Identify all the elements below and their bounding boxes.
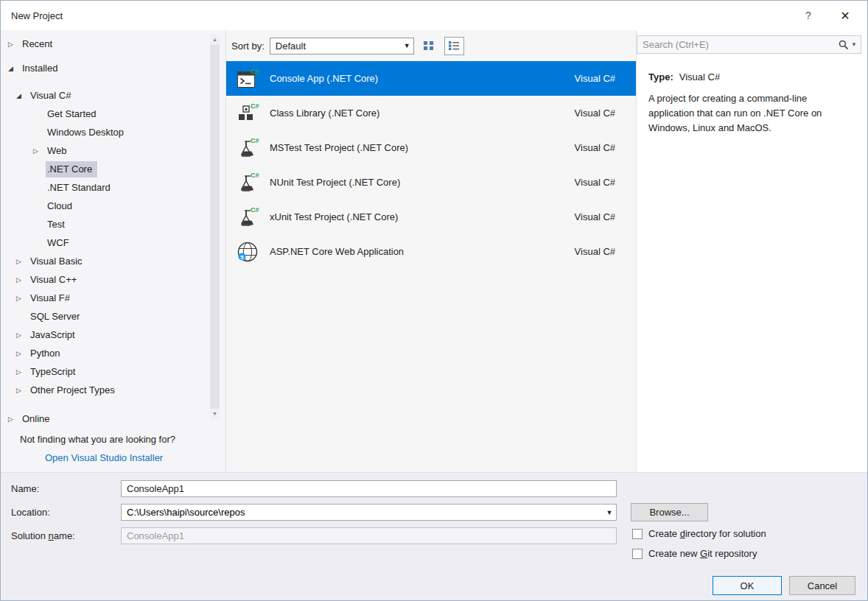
test-flask-icon: C# xyxy=(235,170,260,195)
chevron-right-icon[interactable] xyxy=(33,147,46,155)
chevron-right-icon[interactable] xyxy=(8,41,21,48)
type-line: Type:Visual C# xyxy=(648,71,861,82)
svg-text:5: 5 xyxy=(240,253,244,260)
ok-button[interactable]: OK xyxy=(713,576,782,595)
sort-toolbar: Sort by: Default ▼ xyxy=(226,30,636,61)
details-panel: ▼ Type:Visual C# A project for creating … xyxy=(637,30,867,472)
sidebar-item-javascript[interactable]: JavaScript xyxy=(1,326,225,344)
chevron-right-icon[interactable] xyxy=(16,276,29,284)
chevron-right-icon[interactable] xyxy=(8,415,21,423)
template-row-mstest[interactable]: C# MSTest Test Project (.NET Core) Visua… xyxy=(226,130,636,165)
svg-text:C#: C# xyxy=(251,137,259,144)
solution-name-input[interactable] xyxy=(121,527,617,544)
svg-text:C#: C# xyxy=(251,172,259,179)
type-label: Type: xyxy=(648,71,673,82)
sidebar-item-net-core[interactable]: .NET Core xyxy=(1,160,225,178)
chevron-right-icon[interactable] xyxy=(16,368,29,376)
type-value: Visual C# xyxy=(679,71,720,82)
sidebar-item-get-started[interactable]: Get Started xyxy=(1,105,225,123)
class-library-icon: C# xyxy=(235,101,260,126)
scroll-down-icon[interactable]: ▼ xyxy=(210,409,220,419)
chevron-down-icon[interactable]: ▼ xyxy=(401,42,413,49)
project-settings: Name: Location: ▼ Browse... Solution nam… xyxy=(1,472,867,600)
chevron-right-icon[interactable] xyxy=(16,387,29,394)
sidebar-item-other-project-types[interactable]: Other Project Types xyxy=(1,381,225,399)
tree-scrollbar[interactable]: ▲ ▼ xyxy=(210,35,220,419)
sort-by-dropdown[interactable]: Default ▼ xyxy=(270,38,414,55)
location-combo[interactable]: ▼ xyxy=(121,504,617,521)
sidebar-item-installed[interactable]: Installed xyxy=(1,59,225,77)
sidebar-item-visual-basic[interactable]: Visual Basic xyxy=(1,252,225,270)
sidebar-item-cloud[interactable]: Cloud xyxy=(1,197,225,215)
console-app-icon: C# xyxy=(235,66,260,91)
create-directory-checkbox[interactable]: Create directory for solution xyxy=(632,528,766,539)
list-view-button[interactable] xyxy=(444,37,464,55)
sidebar-item-windows-desktop[interactable]: Windows Desktop xyxy=(1,123,225,141)
template-pane: Sort by: Default ▼ xyxy=(226,30,637,472)
search-input[interactable] xyxy=(637,39,839,50)
chevron-right-icon[interactable] xyxy=(16,350,29,357)
svg-text:C#: C# xyxy=(251,206,259,214)
globe-icon: 5 xyxy=(235,239,260,264)
titlebar: New Project ? ✕ xyxy=(1,1,867,30)
sidebar-item-visual-cpp[interactable]: Visual C++ xyxy=(1,270,225,289)
sidebar-item-recent[interactable]: Recent xyxy=(1,35,225,53)
browse-button[interactable]: Browse... xyxy=(631,503,708,521)
new-project-dialog: New Project ? ✕ Recent Installed Visual … xyxy=(0,0,868,601)
chevron-right-icon[interactable] xyxy=(16,258,29,265)
sidebar-item-wcf[interactable]: WCF xyxy=(1,233,225,252)
sidebar-item-visual-fsharp[interactable]: Visual F# xyxy=(1,289,225,307)
svg-text:C#: C# xyxy=(251,68,259,75)
small-icons-view-icon xyxy=(423,40,435,52)
chevron-right-icon[interactable] xyxy=(16,331,29,339)
location-input[interactable] xyxy=(122,507,603,518)
template-description: A project for creating a command-line ap… xyxy=(648,91,848,136)
list-view-icon xyxy=(448,40,460,52)
location-label: Location: xyxy=(11,507,50,518)
sidebar-item-test[interactable]: Test xyxy=(1,215,225,233)
chevron-expanded-icon[interactable] xyxy=(16,92,29,99)
project-name-input[interactable] xyxy=(121,480,617,497)
sidebar-item-typescript[interactable]: TypeScript xyxy=(1,362,225,381)
scroll-up-icon[interactable]: ▲ xyxy=(210,35,220,45)
template-row-aspnet-core[interactable]: 5 ASP.NET Core Web Application Visual C# xyxy=(226,234,636,269)
sidebar-item-online[interactable]: Online xyxy=(1,410,225,428)
sidebar-item-sql-server[interactable]: SQL Server xyxy=(1,307,225,326)
search-box[interactable]: ▼ xyxy=(637,35,861,54)
checkbox-unchecked-icon[interactable] xyxy=(632,549,643,559)
chevron-right-icon[interactable] xyxy=(16,295,29,302)
chevron-down-icon[interactable]: ▼ xyxy=(851,41,857,48)
help-icon[interactable]: ? xyxy=(798,10,819,21)
sidebar-item-python[interactable]: Python xyxy=(1,344,225,362)
checkbox-unchecked-icon[interactable] xyxy=(632,529,643,539)
template-row-class-library[interactable]: C# Class Library (.NET Core) Visual C# xyxy=(226,96,636,130)
template-row-xunit[interactable]: C# xUnit Test Project (.NET Core) Visual… xyxy=(226,200,636,234)
name-label: Name: xyxy=(11,483,39,494)
solution-name-label: Solution name: xyxy=(11,530,75,541)
sidebar-item-net-standard[interactable]: .NET Standard xyxy=(1,178,225,197)
scrollbar-thumb[interactable] xyxy=(210,45,220,409)
not-finding-text: Not finding what you are looking for? xyxy=(20,434,225,445)
open-installer-link[interactable]: Open Visual Studio Installer xyxy=(45,452,163,463)
small-icons-view-button[interactable] xyxy=(419,37,439,55)
test-flask-icon: C# xyxy=(235,136,260,161)
test-flask-icon: C# xyxy=(235,205,260,230)
search-icon[interactable] xyxy=(839,40,849,50)
svg-text:C#: C# xyxy=(251,102,259,110)
chevron-expanded-icon[interactable] xyxy=(8,65,21,72)
sort-by-label: Sort by: xyxy=(231,41,265,52)
close-icon[interactable]: ✕ xyxy=(835,9,855,23)
sidebar-item-web[interactable]: Web xyxy=(1,141,225,160)
chevron-down-icon[interactable]: ▼ xyxy=(603,509,616,516)
cancel-button[interactable]: Cancel xyxy=(789,576,855,595)
template-list: C# Console App (.NET Core) Visual C# C# xyxy=(226,61,636,472)
dialog-body: Recent Installed Visual C# Get Started W… xyxy=(1,30,867,472)
template-row-console-app[interactable]: C# Console App (.NET Core) Visual C# xyxy=(226,61,636,96)
window-title: New Project xyxy=(11,10,798,21)
template-row-nunit[interactable]: C# NUnit Test Project (.NET Core) Visual… xyxy=(226,165,636,200)
sidebar-item-visual-csharp[interactable]: Visual C# xyxy=(1,86,225,105)
category-tree: Recent Installed Visual C# Get Started W… xyxy=(1,30,226,472)
create-git-repo-checkbox[interactable]: Create new Git repository xyxy=(632,548,757,559)
